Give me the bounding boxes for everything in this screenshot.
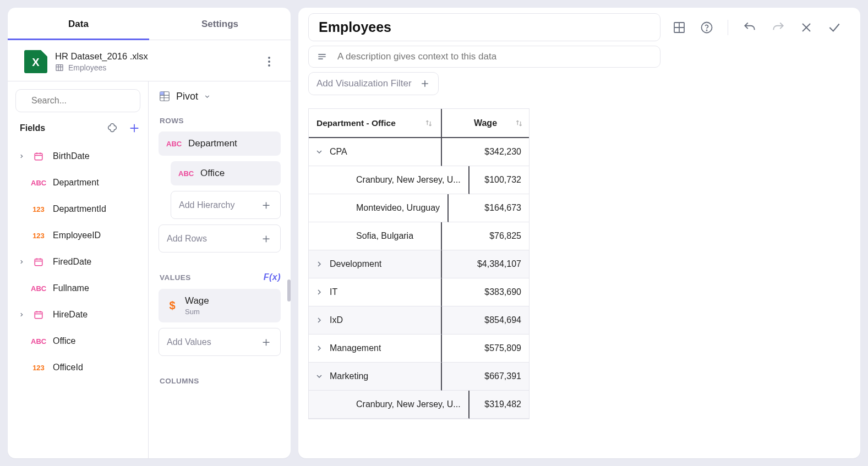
- rows-section-label: ROWS: [160, 117, 281, 125]
- plus-icon: ＋: [260, 336, 272, 348]
- tab-settings[interactable]: Settings: [149, 8, 291, 40]
- toolbar: [673, 20, 842, 35]
- pivot-table-header: Department - Office Wage: [309, 109, 529, 138]
- toolbar-divider: [728, 20, 728, 35]
- grid-view-icon[interactable]: [673, 21, 686, 34]
- table-row[interactable]: Marketing$667,391: [309, 363, 529, 391]
- pivot-table-body: CPA$342,230Cranbury, New Jersey, U...$10…: [309, 138, 529, 419]
- field-item-label: BirthDate: [53, 151, 90, 161]
- text-type-icon: ABC: [166, 140, 182, 148]
- row-pill-department[interactable]: ABC Department: [159, 131, 281, 156]
- add-rows-button[interactable]: Add Rows＋: [159, 224, 281, 253]
- row-value-cell: $4,384,107: [442, 250, 529, 278]
- left-panel: Data Settings HR Dataset_2016 .xlsx Empl…: [8, 8, 291, 458]
- confirm-icon[interactable]: [827, 20, 842, 35]
- visualization-type-picker[interactable]: Pivot: [159, 90, 281, 102]
- sort-icon[interactable]: [424, 119, 433, 128]
- add-hierarchy-button[interactable]: Add Hierarchy＋: [171, 191, 281, 219]
- visualization-description[interactable]: [308, 46, 660, 68]
- field-item-label: EmployeeID: [53, 231, 101, 240]
- plus-icon: [419, 78, 430, 89]
- date-type-icon: [31, 257, 46, 267]
- row-value-cell: $342,230: [442, 138, 529, 166]
- chevron-down-icon[interactable]: [314, 372, 324, 381]
- table-row[interactable]: IT$383,690: [309, 278, 529, 306]
- fields-heading: Fields: [20, 123, 106, 133]
- field-item[interactable]: 123OfficeId: [8, 354, 148, 381]
- row-dimension-cell: Cranbury, New Jersey, U...: [309, 166, 470, 194]
- visualization-description-input[interactable]: [336, 51, 652, 63]
- text-type-icon: ABC: [31, 337, 46, 346]
- number-type-icon: 123: [31, 232, 46, 240]
- chevron-right-icon: [19, 312, 24, 317]
- row-value-cell: $76,825: [442, 222, 529, 250]
- chevron-right-icon[interactable]: [314, 344, 324, 353]
- row-dimension-cell: Marketing: [309, 363, 442, 391]
- field-item[interactable]: ABCDepartment: [8, 169, 148, 196]
- row-dimension-cell: Development: [309, 250, 442, 278]
- row-pill-department-label: Department: [188, 138, 237, 149]
- row-value-cell: $667,391: [442, 363, 529, 391]
- text-type-icon: ABC: [31, 179, 46, 187]
- field-item[interactable]: FiredDate: [8, 249, 148, 275]
- add-visualization-filter[interactable]: Add Visualization Filter: [308, 72, 439, 95]
- tab-data[interactable]: Data: [8, 8, 149, 40]
- redo-icon[interactable]: [771, 20, 785, 35]
- config-column: Pivot ROWS ABC Department ABC Office Add…: [149, 81, 291, 458]
- svg-rect-12: [35, 259, 42, 266]
- pivot-column-value[interactable]: Wage: [442, 109, 529, 137]
- chevron-right-icon[interactable]: [314, 288, 324, 297]
- row-pill-office[interactable]: ABC Office: [171, 161, 281, 185]
- field-item[interactable]: BirthDate: [8, 143, 148, 169]
- table-row[interactable]: Montevideo, Uruguay$164,673: [309, 194, 529, 222]
- field-item-label: Fullname: [53, 283, 89, 293]
- fx-button[interactable]: F(x): [264, 272, 281, 282]
- ai-fields-icon[interactable]: [106, 122, 118, 134]
- table-row[interactable]: Management$575,809: [309, 335, 529, 363]
- chevron-right-icon[interactable]: [314, 316, 324, 325]
- dataset-more-menu[interactable]: [263, 57, 275, 67]
- row-dimension-cell: CPA: [309, 138, 442, 166]
- row-dimension-label: IxD: [330, 315, 343, 325]
- close-icon[interactable]: [800, 21, 813, 34]
- undo-icon[interactable]: [743, 20, 757, 35]
- help-icon[interactable]: [700, 21, 713, 34]
- dataset-table-name: Employees: [68, 63, 106, 72]
- chevron-right-icon[interactable]: [314, 260, 324, 268]
- field-list: BirthDateABCDepartment123DepartmentId123…: [8, 143, 148, 385]
- field-item[interactable]: 123DepartmentId: [8, 196, 148, 222]
- visualization-title[interactable]: Employees: [308, 13, 660, 41]
- add-values-button[interactable]: Add Values＋: [159, 328, 281, 356]
- field-item[interactable]: HireDate: [8, 301, 148, 328]
- table-row[interactable]: Cranbury, New Jersey, U...$319,482: [309, 391, 529, 419]
- row-dimension-label: IT: [330, 287, 337, 297]
- table-row[interactable]: IxD$854,694: [309, 306, 529, 335]
- field-item[interactable]: ABCFullname: [8, 275, 148, 301]
- config-scrollbar[interactable]: [287, 279, 291, 301]
- table-row[interactable]: CPA$342,230: [309, 138, 529, 166]
- row-dimension-cell: Management: [309, 335, 442, 363]
- chevron-right-icon: [19, 259, 24, 265]
- row-value-cell: $854,694: [442, 306, 529, 335]
- columns-section-label: COLUMNS: [160, 377, 281, 385]
- field-item[interactable]: 123EmployeeID: [8, 222, 148, 249]
- field-item[interactable]: ABCOffice: [8, 328, 148, 354]
- value-pill-wage-label: Wage: [185, 295, 209, 306]
- chevron-down-icon[interactable]: [314, 147, 324, 156]
- dataset-header: HR Dataset_2016 .xlsx Employees: [8, 40, 291, 81]
- field-item-label: FiredDate: [53, 257, 91, 267]
- table-row[interactable]: Development$4,384,107: [309, 250, 529, 278]
- fields-search[interactable]: [15, 89, 140, 112]
- pivot-column-dimension[interactable]: Department - Office: [309, 109, 442, 137]
- table-row[interactable]: Cranbury, New Jersey, U...$100,732: [309, 166, 529, 194]
- fields-search-input[interactable]: [30, 95, 143, 106]
- currency-type-icon: $: [166, 299, 178, 312]
- add-field-button[interactable]: [128, 122, 140, 134]
- value-pill-wage[interactable]: $ Wage Sum: [159, 289, 281, 322]
- svg-rect-8: [35, 153, 42, 160]
- row-value-cell: $164,673: [449, 194, 529, 222]
- sort-icon[interactable]: [515, 119, 523, 128]
- excel-file-icon: [24, 50, 47, 73]
- row-pill-office-label: Office: [200, 168, 225, 179]
- table-row[interactable]: Sofia, Bulgaria$76,825: [309, 222, 529, 250]
